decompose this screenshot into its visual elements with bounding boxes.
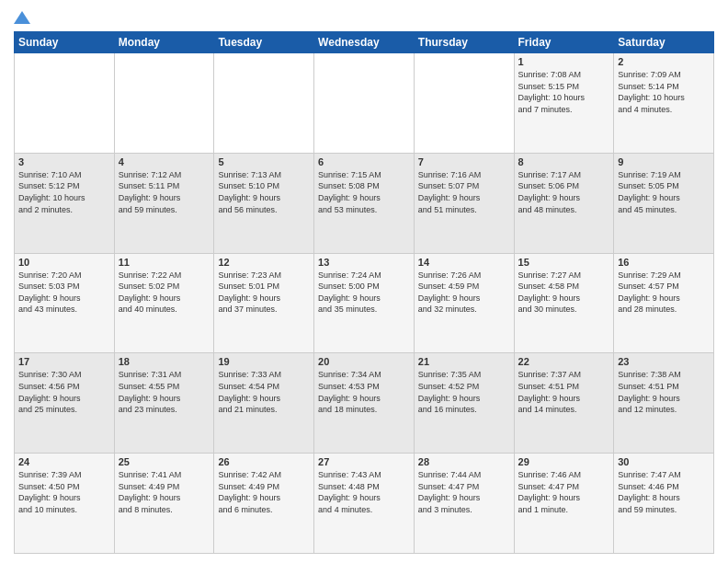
day-cell: 6Sunrise: 7:15 AM Sunset: 5:08 PM Daylig… bbox=[314, 153, 415, 253]
day-info: Sunrise: 7:31 AM Sunset: 4:55 PM Dayligh… bbox=[119, 369, 210, 415]
week-row-2: 3Sunrise: 7:10 AM Sunset: 5:12 PM Daylig… bbox=[15, 153, 714, 253]
weekday-header-sunday: Sunday bbox=[15, 32, 115, 53]
day-number: 18 bbox=[119, 356, 210, 367]
day-number: 14 bbox=[418, 257, 510, 268]
day-cell: 28Sunrise: 7:44 AM Sunset: 4:47 PM Dayli… bbox=[414, 454, 514, 554]
day-number: 9 bbox=[618, 156, 710, 167]
day-cell: 5Sunrise: 7:13 AM Sunset: 5:10 PM Daylig… bbox=[214, 153, 314, 253]
weekday-header-friday: Friday bbox=[514, 32, 614, 53]
day-number: 6 bbox=[318, 156, 410, 167]
day-info: Sunrise: 7:44 AM Sunset: 4:47 PM Dayligh… bbox=[418, 469, 510, 515]
day-number: 2 bbox=[618, 56, 710, 67]
day-cell bbox=[15, 53, 115, 154]
day-number: 26 bbox=[218, 456, 310, 467]
day-info: Sunrise: 7:33 AM Sunset: 4:54 PM Dayligh… bbox=[218, 369, 310, 415]
day-cell bbox=[314, 53, 415, 154]
day-number: 23 bbox=[618, 356, 710, 367]
day-cell: 19Sunrise: 7:33 AM Sunset: 4:54 PM Dayli… bbox=[214, 353, 314, 454]
day-number: 29 bbox=[518, 456, 610, 467]
day-info: Sunrise: 7:43 AM Sunset: 4:48 PM Dayligh… bbox=[318, 469, 410, 515]
day-info: Sunrise: 7:30 AM Sunset: 4:56 PM Dayligh… bbox=[18, 369, 110, 415]
week-row-4: 17Sunrise: 7:30 AM Sunset: 4:56 PM Dayli… bbox=[15, 353, 714, 454]
day-info: Sunrise: 7:47 AM Sunset: 4:46 PM Dayligh… bbox=[618, 469, 710, 515]
week-row-5: 24Sunrise: 7:39 AM Sunset: 4:50 PM Dayli… bbox=[15, 454, 714, 554]
day-cell: 3Sunrise: 7:10 AM Sunset: 5:12 PM Daylig… bbox=[15, 153, 115, 253]
day-info: Sunrise: 7:29 AM Sunset: 4:57 PM Dayligh… bbox=[618, 270, 710, 316]
day-cell: 11Sunrise: 7:22 AM Sunset: 5:02 PM Dayli… bbox=[114, 253, 214, 353]
day-number: 1 bbox=[518, 56, 610, 67]
day-number: 17 bbox=[18, 356, 110, 367]
day-number: 8 bbox=[518, 156, 610, 167]
day-number: 22 bbox=[518, 356, 610, 367]
day-info: Sunrise: 7:13 AM Sunset: 5:10 PM Dayligh… bbox=[218, 169, 310, 215]
day-number: 19 bbox=[218, 356, 310, 367]
day-cell: 20Sunrise: 7:34 AM Sunset: 4:53 PM Dayli… bbox=[314, 353, 415, 454]
day-cell: 2Sunrise: 7:09 AM Sunset: 5:14 PM Daylig… bbox=[614, 53, 714, 154]
day-cell: 7Sunrise: 7:16 AM Sunset: 5:07 PM Daylig… bbox=[414, 153, 514, 253]
day-cell: 21Sunrise: 7:35 AM Sunset: 4:52 PM Dayli… bbox=[414, 353, 514, 454]
day-cell: 8Sunrise: 7:17 AM Sunset: 5:06 PM Daylig… bbox=[514, 153, 614, 253]
weekday-header-tuesday: Tuesday bbox=[214, 32, 314, 53]
day-number: 16 bbox=[618, 257, 710, 268]
day-info: Sunrise: 7:10 AM Sunset: 5:12 PM Dayligh… bbox=[18, 169, 110, 215]
svg-marker-0 bbox=[14, 11, 30, 24]
day-cell: 9Sunrise: 7:19 AM Sunset: 5:05 PM Daylig… bbox=[614, 153, 714, 253]
day-cell: 13Sunrise: 7:24 AM Sunset: 5:00 PM Dayli… bbox=[314, 253, 415, 353]
weekday-header-saturday: Saturday bbox=[614, 32, 714, 53]
day-info: Sunrise: 7:24 AM Sunset: 5:00 PM Dayligh… bbox=[318, 270, 410, 316]
day-number: 7 bbox=[418, 156, 510, 167]
day-number: 3 bbox=[18, 156, 110, 167]
day-cell: 4Sunrise: 7:12 AM Sunset: 5:11 PM Daylig… bbox=[114, 153, 214, 253]
day-number: 5 bbox=[218, 156, 310, 167]
day-info: Sunrise: 7:09 AM Sunset: 5:14 PM Dayligh… bbox=[618, 69, 710, 115]
day-info: Sunrise: 7:38 AM Sunset: 4:51 PM Dayligh… bbox=[618, 369, 710, 415]
day-info: Sunrise: 7:16 AM Sunset: 5:07 PM Dayligh… bbox=[418, 169, 510, 215]
weekday-header-thursday: Thursday bbox=[414, 32, 514, 53]
day-cell bbox=[214, 53, 314, 154]
day-info: Sunrise: 7:20 AM Sunset: 5:03 PM Dayligh… bbox=[18, 270, 110, 316]
weekday-header-wednesday: Wednesday bbox=[314, 32, 415, 53]
day-cell: 22Sunrise: 7:37 AM Sunset: 4:51 PM Dayli… bbox=[514, 353, 614, 454]
day-number: 25 bbox=[119, 456, 210, 467]
header bbox=[14, 9, 714, 24]
day-cell: 1Sunrise: 7:08 AM Sunset: 5:15 PM Daylig… bbox=[514, 53, 614, 154]
day-cell bbox=[414, 53, 514, 154]
day-number: 24 bbox=[18, 456, 110, 467]
day-cell: 25Sunrise: 7:41 AM Sunset: 4:49 PM Dayli… bbox=[114, 454, 214, 554]
day-info: Sunrise: 7:39 AM Sunset: 4:50 PM Dayligh… bbox=[18, 469, 110, 515]
day-number: 12 bbox=[218, 257, 310, 268]
day-info: Sunrise: 7:41 AM Sunset: 4:49 PM Dayligh… bbox=[119, 469, 210, 515]
day-info: Sunrise: 7:19 AM Sunset: 5:05 PM Dayligh… bbox=[618, 169, 710, 215]
day-number: 20 bbox=[318, 356, 410, 367]
day-info: Sunrise: 7:27 AM Sunset: 4:58 PM Dayligh… bbox=[518, 270, 610, 316]
day-cell: 27Sunrise: 7:43 AM Sunset: 4:48 PM Dayli… bbox=[314, 454, 415, 554]
logo-icon bbox=[14, 9, 30, 26]
week-row-1: 1Sunrise: 7:08 AM Sunset: 5:15 PM Daylig… bbox=[15, 53, 714, 154]
day-cell bbox=[114, 53, 214, 154]
weekday-header-row: SundayMondayTuesdayWednesdayThursdayFrid… bbox=[15, 32, 714, 53]
day-cell: 10Sunrise: 7:20 AM Sunset: 5:03 PM Dayli… bbox=[15, 253, 115, 353]
day-info: Sunrise: 7:26 AM Sunset: 4:59 PM Dayligh… bbox=[418, 270, 510, 316]
day-cell: 16Sunrise: 7:29 AM Sunset: 4:57 PM Dayli… bbox=[614, 253, 714, 353]
day-cell: 12Sunrise: 7:23 AM Sunset: 5:01 PM Dayli… bbox=[214, 253, 314, 353]
day-cell: 23Sunrise: 7:38 AM Sunset: 4:51 PM Dayli… bbox=[614, 353, 714, 454]
day-info: Sunrise: 7:22 AM Sunset: 5:02 PM Dayligh… bbox=[119, 270, 210, 316]
page: SundayMondayTuesdayWednesdayThursdayFrid… bbox=[0, 0, 728, 563]
day-cell: 17Sunrise: 7:30 AM Sunset: 4:56 PM Dayli… bbox=[15, 353, 115, 454]
day-cell: 30Sunrise: 7:47 AM Sunset: 4:46 PM Dayli… bbox=[614, 454, 714, 554]
day-number: 4 bbox=[119, 156, 210, 167]
day-info: Sunrise: 7:37 AM Sunset: 4:51 PM Dayligh… bbox=[518, 369, 610, 415]
logo bbox=[14, 9, 30, 24]
day-number: 11 bbox=[119, 257, 210, 268]
day-info: Sunrise: 7:23 AM Sunset: 5:01 PM Dayligh… bbox=[218, 270, 310, 316]
day-info: Sunrise: 7:15 AM Sunset: 5:08 PM Dayligh… bbox=[318, 169, 410, 215]
calendar-table: SundayMondayTuesdayWednesdayThursdayFrid… bbox=[14, 31, 714, 554]
day-number: 27 bbox=[318, 456, 410, 467]
day-info: Sunrise: 7:46 AM Sunset: 4:47 PM Dayligh… bbox=[518, 469, 610, 515]
day-number: 13 bbox=[318, 257, 410, 268]
day-cell: 18Sunrise: 7:31 AM Sunset: 4:55 PM Dayli… bbox=[114, 353, 214, 454]
day-info: Sunrise: 7:42 AM Sunset: 4:49 PM Dayligh… bbox=[218, 469, 310, 515]
day-cell: 14Sunrise: 7:26 AM Sunset: 4:59 PM Dayli… bbox=[414, 253, 514, 353]
day-cell: 24Sunrise: 7:39 AM Sunset: 4:50 PM Dayli… bbox=[15, 454, 115, 554]
day-number: 15 bbox=[518, 257, 610, 268]
